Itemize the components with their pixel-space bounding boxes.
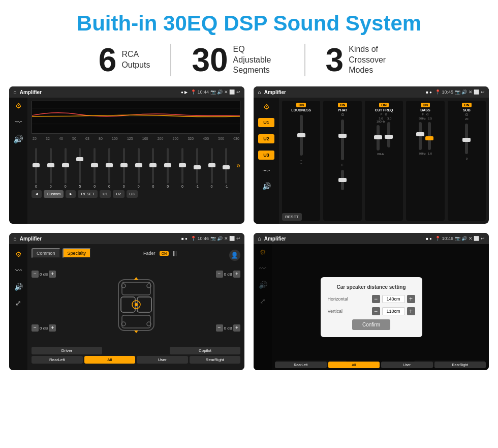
loudness-slider[interactable] xyxy=(300,115,303,156)
eq-u3-btn[interactable]: U3 xyxy=(127,190,138,198)
vol-bl-minus[interactable]: − xyxy=(32,324,39,332)
eq-reset-btn[interactable]: RESET xyxy=(78,190,98,198)
vol-br-minus[interactable]: − xyxy=(216,324,223,332)
stats-row: 6 RCAOutputs 30 EQ AdjustableSegments 3 … xyxy=(0,44,498,86)
vol-tr-plus[interactable]: + xyxy=(233,271,240,278)
cs-left-sidebar: ⚙ 〰 🔊 ⤢ xyxy=(9,244,27,370)
eq-slider-4[interactable]: 5 xyxy=(75,148,84,188)
dialog-rearleft-btn[interactable]: RearLeft xyxy=(275,362,327,368)
vertical-value: 110cm xyxy=(382,307,405,315)
crossover-wave-icon[interactable]: 〰 xyxy=(263,167,270,175)
bass-slider1[interactable] xyxy=(419,122,422,150)
eq-play-btn[interactable]: ► xyxy=(66,190,76,198)
channel-cutfreq: ON CUT FREQ F G 3.0 100Hz 80Hz xyxy=(365,101,403,221)
dialog-home-icon: ⌂ xyxy=(258,235,261,242)
eq-slider-3[interactable]: 0 xyxy=(61,148,70,188)
phat-slider2[interactable] xyxy=(341,170,344,190)
eq-slider-6[interactable]: 0 xyxy=(105,148,114,188)
rearright-btn[interactable]: RearRight xyxy=(190,356,241,364)
eq-speaker-icon[interactable]: 🔊 xyxy=(13,134,23,144)
horizontal-plus-btn[interactable]: + xyxy=(407,295,415,303)
eq-slider-2[interactable]: 0 xyxy=(46,148,55,188)
cs-vol-icon[interactable]: 🔊 xyxy=(14,283,23,291)
eq-slider-14[interactable]: -1 xyxy=(222,148,231,188)
cs-wave-icon[interactable]: 〰 xyxy=(15,266,22,275)
vertical-plus-btn[interactable]: + xyxy=(407,307,415,315)
eq-expand-icon[interactable]: » xyxy=(236,161,240,169)
eq-time: 📍 10:44 xyxy=(191,89,209,95)
eq-slider-8[interactable]: 0 xyxy=(134,148,143,188)
vertical-minus-btn[interactable]: − xyxy=(372,307,380,315)
crossover-screen: ⌂ Amplifier ■ ● 📍 10:45 📷 🔊 ✕ ⬜ ↩ ⚙ U1 U… xyxy=(254,86,489,224)
eq-u2-btn[interactable]: U2 xyxy=(113,190,124,198)
svg-rect-7 xyxy=(137,297,151,312)
crossover-vol-icon[interactable]: 🔊 xyxy=(262,182,271,190)
cs-settings-icon[interactable]: 👤 xyxy=(229,250,240,261)
horizontal-minus-btn[interactable]: − xyxy=(372,295,380,303)
copilot-btn[interactable]: Copilot xyxy=(170,347,240,354)
phat-slider[interactable] xyxy=(341,120,344,160)
cutfreq-slider1[interactable] xyxy=(377,125,380,151)
vol-br-plus[interactable]: + xyxy=(233,324,240,332)
eq-u1-btn[interactable]: U1 xyxy=(100,190,111,198)
cs-app-title: Amplifier xyxy=(20,236,178,242)
stat-eq: 30 EQ AdjustableSegments xyxy=(171,44,305,76)
eq-custom-btn[interactable]: Custom xyxy=(44,190,64,198)
crossover-u1-btn[interactable]: U1 xyxy=(258,118,274,127)
dialog-all-btn[interactable]: All xyxy=(328,362,380,368)
cs-common-tab[interactable]: Common xyxy=(32,248,60,258)
vol-tl-plus[interactable]: + xyxy=(49,271,56,278)
vol-bl-value: 0 dB xyxy=(40,326,48,331)
eq-wave-icon[interactable]: 〰 xyxy=(15,118,22,126)
crossover-dots: ■ ● xyxy=(426,90,432,95)
rearleft-btn[interactable]: RearLeft xyxy=(32,356,83,364)
crossover-icons2: 📷 🔊 ✕ ⬜ ↩ xyxy=(455,89,485,95)
cutfreq-label: CUT FREQ xyxy=(375,108,393,112)
crossover-tune-icon[interactable]: ⚙ xyxy=(263,103,270,111)
channel-sub: ON SUB G 20 0 xyxy=(448,101,486,221)
eq-icons: 📷 🔊 ✕ ⬜ ↩ xyxy=(210,89,240,95)
channel-phat: ON PHAT G F xyxy=(323,101,361,221)
eq-status-bar: ⌂ Amplifier ● ▶ 📍 10:44 📷 🔊 ✕ ⬜ ↩ xyxy=(9,86,244,98)
cs-tune-icon[interactable]: ⚙ xyxy=(15,250,22,258)
eq-slider-5[interactable]: 0 xyxy=(90,148,99,188)
crossover-reset-btn[interactable]: RESET xyxy=(282,213,302,221)
eq-slider-11[interactable]: 0 xyxy=(178,148,187,188)
sub-slider[interactable] xyxy=(465,124,468,154)
eq-slider-1[interactable]: 0 xyxy=(32,148,41,188)
dialog-status-bar: ⌂ Amplifier ■ ● 📍 10:46 📷 🔊 ✕ ⬜ ↩ xyxy=(254,233,489,244)
svg-point-9 xyxy=(135,303,138,306)
vol-bl-plus[interactable]: + xyxy=(49,324,56,332)
eq-status-icons: 📍 10:44 📷 🔊 ✕ ⬜ ↩ xyxy=(191,89,240,95)
eq-slider-13[interactable]: 0 xyxy=(207,148,216,188)
all-btn[interactable]: All xyxy=(84,356,136,364)
bass-slider2[interactable] xyxy=(428,122,431,150)
svg-rect-4 xyxy=(122,282,150,295)
eq-prev-btn[interactable]: ◄ xyxy=(32,190,42,198)
eq-app-title: Amplifier xyxy=(20,89,178,95)
bass-label: BASS xyxy=(420,108,430,112)
vol-tr-minus[interactable]: − xyxy=(216,271,223,278)
eq-tune-icon[interactable]: ⚙ xyxy=(15,102,22,110)
crossover-main-panel: ON LOUDNESS ~~ ON PHAT G F xyxy=(279,98,489,224)
driver-btn[interactable]: Driver xyxy=(32,347,102,354)
dialog-user-btn[interactable]: User xyxy=(381,362,433,368)
confirm-button[interactable]: Confirm xyxy=(352,319,390,330)
vol-top-left: − 0 dB + xyxy=(32,271,56,278)
cutfreq-slider2[interactable] xyxy=(387,122,390,147)
crossover-u2-btn[interactable]: U2 xyxy=(258,134,274,143)
dialog-rearright-btn[interactable]: RearRight xyxy=(434,362,486,368)
cs-specialty-tab[interactable]: Specialty xyxy=(63,248,91,258)
eq-slider-7[interactable]: 0 xyxy=(119,148,129,188)
eq-slider-9[interactable]: 0 xyxy=(148,148,158,188)
eq-slider-12[interactable]: -1 xyxy=(193,148,202,188)
car-svg-wrapper xyxy=(111,275,162,338)
crossover-u3-btn[interactable]: U3 xyxy=(258,151,274,160)
home-icon: ⌂ xyxy=(13,89,17,95)
vol-tl-minus[interactable]: − xyxy=(32,271,39,278)
cs-icons: 📷 🔊 ✕ ⬜ ↩ xyxy=(210,236,240,241)
cs-arrows-icon[interactable]: ⤢ xyxy=(15,299,21,307)
user-btn[interactable]: User xyxy=(137,356,188,364)
fader-row: Fader ON ||| xyxy=(143,251,177,256)
eq-slider-10[interactable]: 0 xyxy=(163,148,172,188)
